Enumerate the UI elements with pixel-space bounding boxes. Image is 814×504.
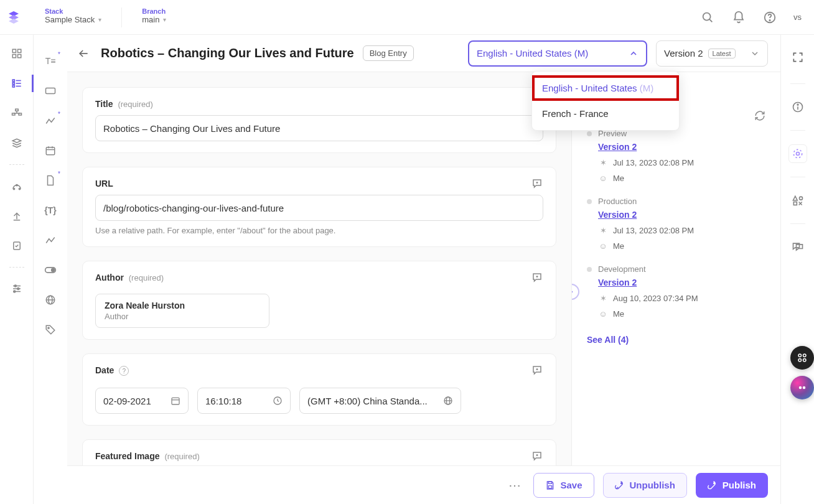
svg-point-75	[713, 482, 714, 483]
publish-queue-icon[interactable]	[8, 207, 26, 225]
reference-field-icon[interactable]: *	[42, 112, 59, 129]
locale-option-en-us[interactable]: English - United States (M)	[532, 75, 679, 101]
workflow-icon[interactable]	[788, 144, 807, 163]
file-field-icon[interactable]: *	[42, 172, 59, 189]
svg-point-69	[799, 386, 802, 390]
env-version-link[interactable]: Version 2	[598, 278, 637, 287]
collapse-sidebar-button[interactable]	[571, 284, 579, 300]
svg-rect-71	[549, 482, 552, 483]
see-all-link[interactable]: See All (4)	[587, 335, 629, 345]
user-icon: ☺	[598, 174, 608, 183]
refresh-icon[interactable]	[754, 110, 765, 121]
env-development: Development Version 2 ✶Aug 10, 2023 07:3…	[587, 264, 765, 319]
unpublish-button[interactable]: Unpublish	[603, 473, 687, 498]
version-text: Version 2	[664, 48, 703, 58]
date-field-icon[interactable]	[42, 142, 59, 159]
url-field-icon[interactable]	[42, 82, 59, 100]
json-field-icon[interactable]: {T}	[42, 202, 59, 219]
help-icon[interactable]	[760, 7, 780, 27]
save-button[interactable]: Save	[533, 473, 594, 498]
svg-rect-65	[798, 354, 802, 357]
svg-point-21	[19, 188, 20, 189]
locale-dropdown: English - United States (M) French - Fra…	[531, 71, 680, 131]
svg-rect-10	[12, 83, 14, 85]
clock-icon	[273, 396, 283, 406]
separator	[121, 7, 122, 27]
status-dot-icon	[587, 267, 592, 272]
stack-label: Stack	[45, 7, 101, 15]
unpublish-icon	[615, 480, 625, 490]
author-reference-chip[interactable]: Zora Neale Hurston Author	[95, 294, 269, 328]
rocket-icon: ✶	[598, 226, 608, 235]
toggle-field-icon[interactable]	[42, 261, 59, 279]
svg-rect-17	[12, 113, 15, 115]
stack-selector[interactable]: Stack Sample Stack▾	[40, 7, 106, 27]
content-model-icon[interactable]	[8, 105, 26, 122]
fullscreen-icon[interactable]	[789, 49, 807, 66]
stack-value: Sample Stack	[45, 15, 95, 24]
save-icon	[545, 480, 555, 490]
publish-button[interactable]: Publish	[696, 473, 768, 498]
comment-icon[interactable]	[530, 363, 545, 378]
analytics-field-icon[interactable]	[42, 231, 59, 249]
assets-icon[interactable]	[8, 134, 26, 152]
svg-point-58	[796, 152, 799, 156]
url-input[interactable]	[95, 195, 543, 221]
more-actions-button[interactable]: ⋯	[505, 478, 525, 493]
svg-line-1	[709, 19, 712, 22]
main-layout: T≡* * * {T} Robotics – Changing Our Live…	[0, 35, 814, 504]
text-field-icon[interactable]: T≡*	[42, 52, 59, 70]
url-helper: Use a relative path. For example, enter …	[95, 226, 543, 235]
command-palette-icon[interactable]	[790, 346, 814, 370]
title-input[interactable]	[95, 115, 543, 141]
version-selector[interactable]: Version 2 Latest	[656, 40, 768, 67]
shapes-icon[interactable]	[788, 191, 807, 210]
rocket-icon: ✶	[598, 294, 608, 303]
field-url-card: URL Use a relative path. For example, en…	[82, 167, 556, 247]
topbar-right: vs	[698, 7, 804, 27]
discussions-icon[interactable]	[788, 238, 807, 256]
field-label: Featured Image	[95, 451, 159, 461]
chevron-down-icon	[750, 49, 760, 58]
env-version-link[interactable]: Version 2	[598, 210, 637, 220]
tz-picker[interactable]: (GMT +8:00) China Standa...	[299, 388, 461, 414]
comment-icon[interactable]	[530, 449, 545, 464]
env-name: Production	[598, 197, 765, 206]
back-button[interactable]	[75, 45, 92, 62]
svg-point-39	[48, 327, 49, 329]
caret-down-icon: ▾	[98, 16, 101, 23]
publish-icon	[708, 480, 718, 490]
version-badge: Latest	[708, 49, 736, 58]
info-icon[interactable]	[788, 98, 807, 116]
search-icon[interactable]	[698, 7, 718, 27]
comment-icon[interactable]	[530, 176, 545, 191]
svg-rect-30	[46, 147, 55, 155]
notifications-icon[interactable]	[729, 7, 749, 27]
dashboard-icon[interactable]	[8, 45, 26, 62]
releases-icon[interactable]	[8, 177, 26, 195]
form-area: Title (required) URL Use a relative path…	[67, 72, 571, 504]
svg-point-0	[703, 12, 711, 20]
globe-field-icon[interactable]	[42, 291, 59, 309]
info-icon[interactable]: ?	[119, 366, 129, 376]
main-column: Robotics – Changing Our Lives and Future…	[67, 35, 780, 504]
svg-rect-66	[803, 354, 807, 357]
date-picker[interactable]: 02-09-2021	[95, 388, 189, 414]
branch-selector[interactable]: Branch main▾	[137, 7, 171, 27]
svg-rect-62	[793, 202, 797, 205]
assistant-icon[interactable]	[790, 376, 814, 399]
calendar-icon	[171, 396, 180, 406]
locale-selector[interactable]: English - United States (M)	[468, 40, 647, 67]
settings-icon[interactable]	[8, 280, 26, 297]
required-label: (required)	[118, 100, 152, 109]
tag-field-icon[interactable]	[42, 321, 59, 338]
tasks-icon[interactable]	[8, 237, 26, 254]
env-version-link[interactable]: Version 2	[598, 142, 637, 152]
comment-icon[interactable]	[530, 270, 545, 285]
time-picker[interactable]: 16:10:18	[197, 388, 291, 414]
entries-icon[interactable]	[0, 75, 34, 92]
user-avatar[interactable]: vs	[791, 10, 804, 24]
env-preview: Preview Version 2 ✶Jul 13, 2023 02:08 PM…	[587, 129, 765, 183]
svg-rect-67	[798, 359, 802, 362]
locale-option-fr-fr[interactable]: French - France	[532, 101, 679, 126]
